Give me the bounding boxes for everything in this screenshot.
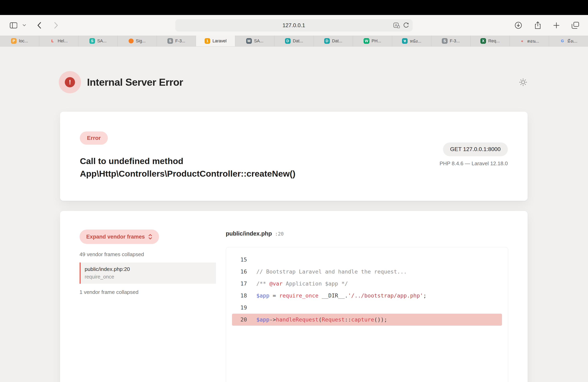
tab-favicon: P [11,38,17,44]
collapsed-frames-note-bottom: 1 vendor frame collapsed [80,289,216,295]
menu-bar [0,0,588,15]
browser-tab[interactable]: DDat... [314,36,353,46]
browser-tab[interactable]: หหนัง... [392,36,431,46]
tab-label: Dat... [332,38,342,43]
browser-tab[interactable]: LHel... [39,36,78,46]
tab-label: SA... [254,38,263,43]
exclamation-icon: ! [65,77,75,87]
browser-tab[interactable]: Ploc... [0,36,39,46]
tab-label: Laravel [212,38,227,43]
error-icon: ! [59,71,81,93]
tab-label: F-3... [175,38,185,43]
browser-tab[interactable]: Sig... [118,36,157,46]
code-viewer[interactable]: 1516// Bootstrap Laravel and handle the … [226,247,508,382]
tab-favicon: « [519,38,525,44]
forward-button[interactable] [53,20,60,30]
stack-trace-card: Expand vendor frames 49 vendor frames co… [60,211,528,382]
tab-favicon: 1 [205,38,210,44]
browser-tab[interactable]: XReq... [471,36,510,46]
tab-label: PH... [372,38,381,43]
share-icon[interactable] [533,19,543,31]
page-title: Internal Server Error [87,76,183,88]
line-number: 19 [232,302,247,314]
browser-tab[interactable]: Gมึงเ... [549,36,588,46]
tab-favicon [129,38,133,43]
code-line: 19 [232,302,502,314]
svg-text:A: A [395,23,397,27]
tab-label: Sig... [136,38,146,43]
tab-favicon: S [442,38,447,44]
line-number: 17 [232,278,247,290]
browser-tab[interactable]: WPH... [353,36,392,46]
tab-label: F-3... [450,38,460,43]
code-header-line: :20 [275,231,284,237]
sun-icon [519,78,528,87]
tab-overview-button[interactable] [570,20,581,30]
tab-favicon: ห [402,38,408,44]
tab-bar: Ploc...LHel...SSA...Sig...SF-3...1Larave… [0,36,588,46]
tab-label: SA... [97,38,106,43]
line-number: 15 [232,254,247,266]
tab-favicon: S [168,38,173,44]
tab-favicon: G [560,38,565,44]
code-line-highlighted: 20$app->handleRequest(Request::capture()… [232,314,502,326]
new-tab-button[interactable] [552,20,561,30]
request-method-pill: GET 127.0.0.1:8000 [443,142,508,156]
browser-tab[interactable]: MSA... [235,36,274,46]
expand-chevrons-icon [148,234,152,240]
version-info: PHP 8.4.6 — Laravel 12.18.0 [440,160,508,167]
translate-icon[interactable]: A [393,22,400,28]
tab-favicon: D [324,38,330,44]
code-column: public/index.php :20 1516// Bootstrap La… [226,229,508,382]
chevron-down-icon [21,22,27,28]
error-message: Call to undefined method App\Http\Contro… [80,155,372,180]
reload-icon[interactable] [403,22,409,28]
code-line: 17/** @var Application $app */ [232,278,502,290]
code-text: /** @var Application $app */ [256,278,348,290]
safari-window: 127.0.0.1 A Ploc...LHel...SSA...Sig...SF… [0,0,588,382]
error-page: ! Internal Server Error Error Call t [0,47,588,382]
downloads-button[interactable] [513,19,524,31]
browser-toolbar: 127.0.0.1 A [0,15,588,36]
tab-label: หนัง... [410,38,421,44]
code-header-file: public/index.php [226,230,272,237]
browser-tab[interactable]: 1Laravel [196,36,235,46]
line-number: 18 [232,290,247,302]
back-button[interactable] [36,20,43,30]
tab-label: มึงเ... [567,38,577,44]
tab-label: loc... [19,38,28,43]
browser-tab[interactable]: SSA... [78,36,118,46]
tab-label: Dat... [293,38,303,43]
tab-favicon: W [364,38,369,44]
error-summary-card: Error Call to undefined method App\Http\… [60,112,528,201]
tab-favicon: X [480,38,486,44]
code-line: 15 [232,254,502,266]
code-text: $app->handleRequest(Request::capture()); [256,314,387,326]
browser-tab[interactable]: «ตอน... [510,36,549,46]
stack-frame-file: public/index.php:20 [84,266,211,272]
code-text: $app = require_once __DIR__.'/../bootstr… [256,290,427,302]
error-type-badge: Error [80,132,108,145]
collapsed-frames-note-top: 49 vendor frames collapsed [80,251,216,258]
sidebar-icon [8,21,19,30]
browser-tab[interactable]: SF-3... [431,36,471,46]
browser-tab[interactable]: SF-3... [157,36,196,46]
sidebar-toggle-button[interactable] [8,21,27,30]
theme-toggle-button[interactable] [519,78,528,87]
tab-favicon: S [89,38,95,44]
code-header: public/index.php :20 [226,230,508,237]
line-number: 16 [232,266,247,278]
tab-favicon: M [246,38,252,44]
code-line: 18$app = require_once __DIR__.'/../boots… [232,290,502,302]
tab-label: Hel... [58,38,68,43]
url-text: 127.0.0.1 [282,22,305,29]
browser-tab[interactable]: DDat... [274,36,314,46]
expand-button-label: Expand vendor frames [86,233,145,240]
address-bar[interactable]: 127.0.0.1 A [175,19,413,32]
tab-label: Req... [488,38,500,43]
stack-frames-column: Expand vendor frames 49 vendor frames co… [80,229,216,382]
line-number: 20 [232,314,247,326]
expand-vendor-frames-button[interactable]: Expand vendor frames [80,229,159,244]
stack-frame-item[interactable]: public/index.php:20 require_once [80,263,216,284]
stack-frame-method: require_once [84,274,211,280]
